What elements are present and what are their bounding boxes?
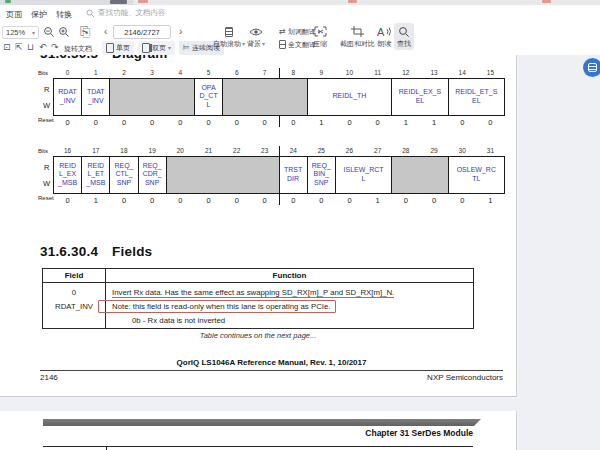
background-button[interactable]: 背景 ▾ bbox=[247, 25, 265, 49]
chevron-down-icon: ▾ bbox=[242, 41, 245, 47]
fields-table-header: Field Function bbox=[43, 269, 473, 283]
bit-number: 4 bbox=[166, 68, 194, 78]
two-page-icon bbox=[142, 43, 150, 53]
reset-value: 0 bbox=[364, 115, 392, 127]
menu-item-page[interactable]: 页面 bbox=[6, 9, 22, 20]
chevron-down-icon: ▾ bbox=[32, 30, 35, 36]
tab-remnant-red bbox=[542, 0, 551, 3]
reset-value: 0 bbox=[166, 193, 194, 205]
bits-label: Bits bbox=[38, 148, 52, 154]
next-page-button[interactable]: › bbox=[179, 27, 182, 37]
bit-number: 31 bbox=[476, 146, 504, 156]
screenshot-compare-button[interactable]: 截图和对比 bbox=[340, 25, 375, 49]
register-field-cell: ISLEW_RCT L bbox=[335, 156, 391, 193]
fit-width-button[interactable]: ⇱ bbox=[15, 43, 23, 52]
reset-label: Reset bbox=[38, 117, 52, 123]
rotate-right-button[interactable]: ↷ bbox=[51, 43, 59, 52]
register-field-cell: REIDL_TH bbox=[307, 78, 392, 115]
reset-value: 0 bbox=[476, 115, 504, 127]
write-label: W bbox=[43, 179, 57, 188]
register-bit-table: 0123456789101112131415RDAT _INVTDAT _INV… bbox=[53, 68, 505, 127]
reset-value: 1 bbox=[364, 193, 392, 205]
auto-scroll-button[interactable]: 自动滚动 ▾ bbox=[213, 25, 245, 49]
single-page-icon bbox=[106, 43, 114, 53]
rotate-left-button[interactable]: ↶ bbox=[39, 43, 47, 52]
menu-item-protect[interactable]: 保护 bbox=[31, 9, 47, 20]
reset-value: 0 bbox=[110, 193, 138, 205]
reset-value: 0 bbox=[448, 115, 476, 127]
register-diagram-row: Bits R W Reset 1617181920212223242526272… bbox=[38, 146, 510, 205]
bit-number: 9 bbox=[307, 68, 335, 78]
bit-number: 12 bbox=[392, 68, 420, 78]
menu-item-convert[interactable]: 转换 bbox=[56, 9, 72, 20]
reset-value: 0 bbox=[54, 193, 82, 205]
chevron-down-icon: ▾ bbox=[168, 45, 171, 51]
pdf-page: 31.6.30.3Diagram Bits R W Reset 01234567… bbox=[0, 55, 517, 397]
register-field-cell: REIDL_ET_S EL bbox=[448, 78, 504, 115]
pdf-page-next: Chapter 31 SerDes Module bbox=[0, 411, 517, 450]
compress-button[interactable]: 压缩 bbox=[313, 25, 327, 49]
register-field-cell: TRST DIR bbox=[279, 156, 307, 193]
two-page-view-button[interactable]: 双页 ▾ bbox=[138, 41, 175, 55]
bits-label: Bits bbox=[38, 70, 52, 76]
zoom-in-button[interactable] bbox=[58, 26, 70, 38]
function-column-header: Function bbox=[106, 269, 473, 282]
register-field-cell: REID L_ET _MSB bbox=[82, 156, 110, 193]
bit-number: 28 bbox=[392, 146, 420, 156]
zoom-level-select[interactable]: 125% ▾ bbox=[2, 26, 39, 39]
reset-value: 0 bbox=[223, 193, 251, 205]
reset-value: 0 bbox=[54, 115, 82, 127]
actual-size-button[interactable]: ⊡ bbox=[3, 43, 11, 52]
tab-remnant-red bbox=[348, 0, 357, 3]
fields-table: Field Function 0 RDAT_INV Invert Rx data… bbox=[42, 268, 474, 329]
zoom-out-button[interactable] bbox=[43, 26, 55, 38]
search-placeholder: 查找功能、文档内容 bbox=[98, 8, 166, 18]
bit-number: 26 bbox=[335, 146, 363, 156]
floating-translate-button[interactable] bbox=[583, 58, 600, 77]
field-value-description: 0b - Rx data is not inverted bbox=[132, 316, 469, 325]
bit-number: 22 bbox=[223, 146, 251, 156]
bit-number: 17 bbox=[82, 146, 110, 156]
function-description-underlined: Invert Rx data. Has the same effect as s… bbox=[112, 288, 394, 298]
fit-page-button[interactable]: ⊔ bbox=[27, 43, 34, 52]
find-button[interactable]: 查找 bbox=[394, 23, 414, 50]
bit-number: 0 bbox=[54, 68, 82, 78]
reset-value: 0 bbox=[82, 115, 110, 127]
bit-number: 3 bbox=[138, 68, 166, 78]
toolbar: 125% ▾ ⎘ ⊡ ⇱ ⊔ ↶ ↷ 旋转文档 ‹ 2146/2727 › 单页… bbox=[0, 22, 600, 55]
manual-footer-title: QorIQ LS1046A Reference Manual, Rev. 1, … bbox=[40, 358, 503, 367]
rotate-document-label[interactable]: 旋转文档 bbox=[64, 44, 92, 54]
reset-value: 1 bbox=[392, 115, 420, 127]
register-field-cell: REQ_ CTL_ SNP bbox=[110, 156, 138, 193]
read-aloud-button[interactable]: A 朗读 bbox=[377, 25, 392, 49]
reset-value: 0 bbox=[138, 193, 166, 205]
function-search-input[interactable]: 查找功能、文档内容 bbox=[86, 8, 166, 18]
read-label: R bbox=[44, 85, 58, 94]
read-aloud-icon: A bbox=[377, 25, 392, 38]
register-field-cell: RDAT _INV bbox=[54, 78, 82, 115]
reset-value: 0 bbox=[138, 115, 166, 127]
chapter-header-bar bbox=[43, 419, 481, 426]
bit-number: 6 bbox=[223, 68, 251, 78]
zoom-level-value: 125% bbox=[6, 28, 25, 37]
section-heading-fields: 31.6.30.4Fields bbox=[40, 244, 152, 259]
bit-number: 8 bbox=[279, 68, 307, 78]
reset-value: 0 bbox=[110, 115, 138, 127]
reset-value: 0 bbox=[223, 115, 251, 127]
document-scroll-area[interactable]: 31.6.30.3Diagram Bits R W Reset 01234567… bbox=[0, 55, 600, 450]
bit-number: 20 bbox=[166, 146, 194, 156]
reset-value: 0 bbox=[194, 193, 222, 205]
translate-swap-icon: ⇄ bbox=[279, 28, 286, 36]
reset-label: Reset bbox=[38, 195, 52, 201]
table-continues-note: Table continues on the next page... bbox=[42, 331, 474, 340]
register-diagram-row: Bits R W Reset 0123456789101112131415RDA… bbox=[38, 68, 510, 127]
bit-number: 25 bbox=[307, 146, 335, 156]
publisher-name: NXP Semiconductors bbox=[427, 373, 503, 382]
reset-value: 0 bbox=[307, 193, 335, 205]
reset-value: 0 bbox=[251, 115, 279, 127]
single-page-view-button[interactable]: 单页 bbox=[102, 41, 134, 55]
previous-page-button[interactable]: ‹ bbox=[104, 27, 107, 37]
page-number-input[interactable]: 2146/2727 bbox=[113, 25, 171, 39]
rotate-page-icon[interactable]: ⎘ bbox=[80, 24, 90, 40]
register-field-cell: REID L_EX _MSB bbox=[54, 156, 82, 193]
